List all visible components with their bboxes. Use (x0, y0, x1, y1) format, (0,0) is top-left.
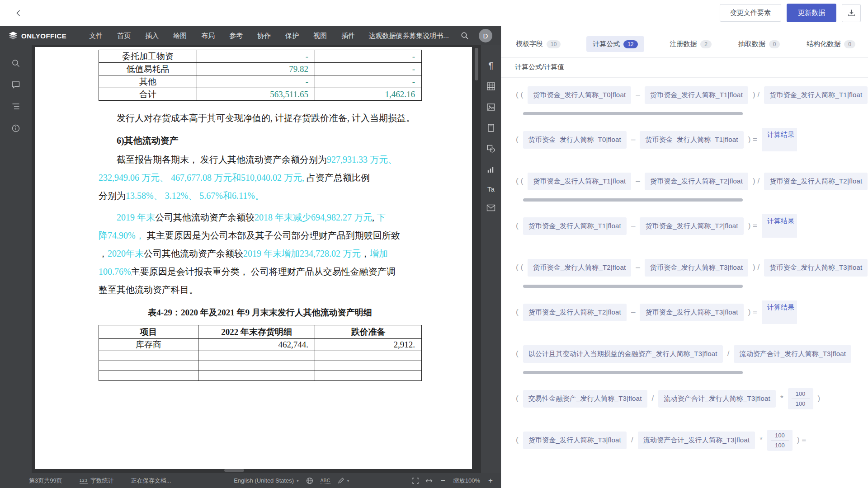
back-button[interactable] (11, 5, 26, 21)
formula-horizontal-scrollbar[interactable] (523, 198, 743, 202)
menu-items: 文件首页插入绘图布局参考协作保护视图插件 (82, 27, 362, 45)
field-chip[interactable]: 货币资金_发行人简称_T3|float (764, 259, 868, 277)
paragraph-settings-button[interactable]: ¶ (488, 61, 493, 70)
chart-settings-button[interactable] (486, 165, 495, 174)
field-chip[interactable]: 货币资金_发行人简称_T3|float (645, 259, 748, 277)
left-toolbar (0, 45, 32, 473)
menu-item[interactable]: 视图 (306, 27, 334, 45)
language-selector[interactable]: English (United States)▾ (234, 477, 298, 484)
panel-tab-注册数据[interactable]: 注册数据2 (669, 36, 712, 52)
mail-merge-button[interactable] (486, 204, 495, 211)
calculation-result-chip[interactable]: 计算结果 (762, 214, 797, 238)
panel-tab-抽取数据[interactable]: 抽取数据0 (737, 36, 781, 52)
menu-item[interactable]: 文件 (82, 27, 110, 45)
document-title-tab[interactable]: 达观数据债券募集说明书... (368, 32, 449, 40)
field-chip[interactable]: 以公计且其变动计入当期损益的金融资产_发行人简称_T3|float (523, 345, 723, 363)
panel-tab-计算公式[interactable]: 计算公式12 (586, 36, 644, 52)
field-chip[interactable]: 流动资产合计_发行人简称_T3|float (638, 432, 755, 449)
formula-list: ( (货币资金_发行人简称_T0|float–货币资金_发行人简称_T1|flo… (501, 78, 868, 467)
zoom-level[interactable]: 缩放100% (453, 477, 480, 485)
formula-operator: ( ( (516, 177, 523, 186)
menu-item[interactable]: 协作 (250, 27, 278, 45)
tab-count-badge: 2 (700, 40, 712, 48)
document-vertical-scrollbar[interactable] (475, 47, 478, 467)
change-file-elements-button[interactable]: 变更文件要素 (720, 4, 781, 22)
field-chip[interactable]: 货币资金_发行人简称_T1|float (640, 131, 743, 149)
field-chip[interactable]: 货币资金_发行人简称_T0|float (523, 131, 627, 149)
image-settings-button[interactable] (486, 103, 495, 112)
fraction-chip[interactable]: 100100 (788, 388, 813, 409)
formula-horizontal-scrollbar[interactable] (523, 112, 743, 115)
menu-item[interactable]: 布局 (194, 27, 222, 45)
zoom-out-button[interactable]: − (439, 476, 447, 485)
formula-operator: ( (516, 349, 519, 358)
tab-count-badge: 0 (769, 40, 780, 48)
field-chip[interactable]: 货币资金_发行人简称_T2|float (764, 173, 868, 190)
panel-tab-模板字段[interactable]: 模板字段10 (515, 36, 561, 52)
document-horizontal-scrollbar[interactable] (35, 469, 472, 472)
navigation-button[interactable] (11, 102, 20, 111)
comments-button[interactable] (11, 80, 20, 89)
page-indicator[interactable]: 第3页共99页 (29, 477, 62, 485)
menu-item[interactable]: 参考 (222, 27, 250, 45)
set-language-button[interactable] (306, 477, 313, 484)
fit-page-button[interactable] (412, 477, 419, 484)
menu-item[interactable]: 首页 (110, 27, 138, 45)
field-chip[interactable]: 货币资金_发行人简称_T3|float (640, 304, 743, 321)
inventory-table: 委托加工物资--低值易耗品79.82-其他--合计563,511.651,462… (99, 50, 422, 101)
field-chip[interactable]: 货币资金_发行人简称_T2|float (640, 217, 743, 235)
update-data-button[interactable]: 更新数据 (787, 4, 836, 22)
header-footer-settings-button[interactable] (487, 123, 495, 132)
panel-tab-结构化数据[interactable]: 结构化数据0 (806, 36, 856, 52)
field-chip[interactable]: 货币资金_发行人简称_T2|float (528, 259, 631, 277)
field-chip[interactable]: 货币资金_发行人简称_T1|float (764, 86, 868, 104)
table-settings-button[interactable] (486, 82, 495, 91)
zoom-in-button[interactable]: + (486, 476, 495, 485)
field-chip[interactable]: 流动资产合计_发行人简称_T3|float (658, 390, 776, 408)
info-icon (11, 124, 20, 133)
fit-width-button[interactable] (425, 477, 433, 484)
paragraph-changes: 2019 年末公司其他流动资产余额较2018 年末减少694,982.27 万元… (99, 208, 421, 299)
spell-check-button[interactable]: ABC (321, 478, 330, 483)
document-page[interactable]: 委托加工物资--低值易耗品79.82-其他--合计563,511.651,462… (35, 47, 472, 469)
paragraph-text: ， (361, 249, 370, 258)
field-chip[interactable]: 交易性金融资产_发行人简称_T3|float (523, 390, 647, 408)
menu-item[interactable]: 插件 (334, 27, 362, 45)
table-cell: 79.82 (197, 63, 315, 75)
table-cell (315, 361, 422, 371)
formula-row: (货币资金_发行人简称_T0|float–货币资金_发行人简称_T1|float… (515, 128, 868, 151)
word-count-button[interactable]: 123 字数统计 (80, 477, 114, 485)
menu-item[interactable]: 插入 (138, 27, 166, 45)
paragraph-line: 分别为13.58%、 3.12%、 5.67%和6.11%。 (99, 187, 421, 205)
field-chip[interactable]: 货币资金_发行人简称_T3|float (523, 432, 627, 449)
field-chip[interactable]: 流动资产合计_发行人简称_T3|float (734, 345, 851, 363)
user-avatar[interactable]: D (479, 29, 492, 42)
fraction-chip[interactable]: 100100 (767, 430, 793, 451)
table-row (99, 371, 422, 381)
formula-row: (货币资金_发行人简称_T1|float–货币资金_发行人简称_T2|float… (515, 214, 868, 238)
find-button[interactable] (11, 59, 20, 68)
field-chip[interactable]: 货币资金_发行人简称_T2|float (645, 173, 748, 190)
editor-menu-bar: ONLYOFFICE 文件首页插入绘图布局参考协作保护视图插件 达观数据债券募集… (0, 26, 501, 45)
formula-row: ( (货币资金_发行人简称_T2|float–货币资金_发行人简称_T3|flo… (515, 256, 868, 279)
field-chip[interactable]: 货币资金_发行人简称_T1|float (645, 86, 748, 104)
formula-horizontal-scrollbar[interactable] (523, 285, 743, 288)
search-button[interactable] (461, 32, 469, 40)
field-chip[interactable]: 货币资金_发行人简称_T0|float (528, 86, 631, 104)
formula-horizontal-scrollbar[interactable] (523, 371, 743, 374)
formula-operator: ( (516, 221, 519, 230)
calculation-result-chip[interactable]: 计算结果 (762, 128, 797, 151)
download-button[interactable] (842, 4, 861, 22)
vertical-scrollbar-thumb[interactable] (475, 48, 478, 80)
calculation-result-chip[interactable]: 计算结果 (762, 300, 797, 324)
horizontal-scrollbar-thumb[interactable] (224, 469, 244, 472)
field-chip[interactable]: 货币资金_发行人简称_T1|float (528, 173, 631, 190)
field-chip[interactable]: 货币资金_发行人简称_T1|float (523, 217, 627, 235)
menu-item[interactable]: 绘图 (166, 27, 194, 45)
track-changes-button[interactable]: ▾ (338, 477, 349, 484)
shape-settings-button[interactable] (486, 144, 495, 153)
field-chip[interactable]: 货币资金_发行人简称_T2|float (523, 304, 627, 321)
text-art-settings-button[interactable]: Ta (487, 186, 495, 192)
menu-item[interactable]: 保护 (278, 27, 306, 45)
about-button[interactable] (11, 124, 20, 133)
